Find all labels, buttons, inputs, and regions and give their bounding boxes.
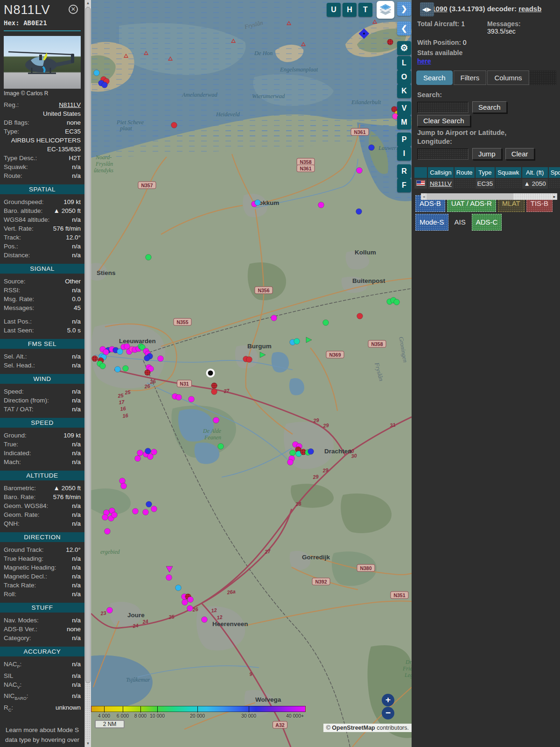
aircraft-position-dot[interactable] <box>151 449 157 455</box>
aircraft-position-dot[interactable] <box>115 366 121 373</box>
aircraft-position-dot[interactable] <box>107 607 113 613</box>
map-canvas[interactable]: N361N357N358N361N356N355N31N369N358N380N… <box>91 0 412 747</box>
filter-badge-mode-s[interactable]: Mode-S <box>415 214 448 231</box>
aircraft-position-dot[interactable] <box>123 366 129 372</box>
settings-gear-icon[interactable]: ⚙ <box>397 41 411 55</box>
map-button-k[interactable]: K <box>397 84 411 98</box>
aircraft-position-dot[interactable] <box>112 512 118 518</box>
scroll-right-icon[interactable]: ▸ <box>552 193 557 200</box>
map-button-i[interactable]: I <box>397 147 411 161</box>
aircraft-position-dot[interactable] <box>100 363 106 369</box>
aircraft-position-dot[interactable] <box>175 585 182 591</box>
aircraft-position-dot[interactable] <box>102 514 108 521</box>
aircraft-position-dot[interactable] <box>202 617 208 623</box>
column-header-Type[interactable]: Type <box>476 167 495 178</box>
aircraft-position-dot[interactable] <box>187 606 193 612</box>
sidebar-collapse-icon[interactable]: ❮ <box>397 21 411 35</box>
aircraft-position-dot[interactable] <box>171 122 177 128</box>
column-header-Route[interactable]: Route <box>455 167 475 178</box>
map-button-u[interactable]: U <box>327 3 341 17</box>
map-button-o[interactable]: O <box>397 70 411 84</box>
filter-badge-ads-c[interactable]: ADS-C <box>472 214 502 231</box>
callsign-cell[interactable]: N811LV <box>428 179 454 189</box>
search-input[interactable] <box>417 102 469 113</box>
scrollbar-thumb[interactable] <box>85 7 91 683</box>
clear-search-button[interactable]: Clear Search <box>417 115 470 127</box>
aircraft-position-dot[interactable] <box>211 389 217 395</box>
column-header-Callsign[interactable]: Callsign <box>428 167 454 178</box>
attribution-osm-link[interactable]: OpenStreetMap <box>332 725 375 731</box>
aircraft-position-dot[interactable] <box>188 597 194 603</box>
scroll-up-icon[interactable]: ▲ <box>85 0 91 7</box>
map-button-t[interactable]: T <box>358 3 372 17</box>
aircraft-position-dot[interactable] <box>213 417 219 423</box>
aircraft-position-dot[interactable] <box>135 456 141 462</box>
aircraft-position-dot[interactable] <box>356 209 362 215</box>
aircraft-position-dot[interactable] <box>146 254 152 261</box>
aircraft-position-dot[interactable] <box>144 355 150 361</box>
aircraft-photo[interactable] <box>4 36 81 89</box>
column-header-Squawk[interactable]: Squawk <box>496 167 521 178</box>
zoom-in-button[interactable]: + <box>382 694 394 706</box>
column-header-flag[interactable] <box>414 167 427 178</box>
clear-button[interactable]: Clear <box>505 148 534 160</box>
aircraft-position-dot[interactable] <box>394 299 400 305</box>
stats-here-link[interactable]: here <box>412 56 431 65</box>
zoom-out-button[interactable]: − <box>382 707 394 719</box>
scroll-down-icon[interactable]: ▼ <box>85 740 91 747</box>
jump-button[interactable]: Jump <box>472 148 502 160</box>
close-icon[interactable]: ✕ <box>69 5 78 14</box>
aircraft-position-dot[interactable] <box>271 315 277 321</box>
column-header-Spd[interactable]: Spd <box>549 167 560 178</box>
map-button-p[interactable]: P <box>397 133 411 147</box>
aircraft-position-dot[interactable] <box>369 145 375 151</box>
selected-aircraft-marker[interactable] <box>207 370 214 377</box>
aircraft-position-dot[interactable] <box>318 202 324 208</box>
map-button-h[interactable]: H <box>343 3 357 17</box>
aircraft-position-dot[interactable] <box>105 529 111 535</box>
search-button[interactable]: Search <box>472 101 507 113</box>
horizontal-scrollbar[interactable]: ◂ ▸ <box>421 193 557 200</box>
aircraft-position-dot[interactable] <box>357 168 363 174</box>
aircraft-position-dot[interactable] <box>166 575 172 581</box>
aircraft-position-dot[interactable] <box>94 70 100 76</box>
readsb-link[interactable]: readsb <box>518 5 541 13</box>
h-scrollbar-thumb[interactable] <box>427 193 513 200</box>
aircraft-position-dot[interactable] <box>182 599 188 606</box>
aircraft-position-dot[interactable] <box>246 357 252 363</box>
aircraft-position-dot[interactable] <box>102 82 108 88</box>
panel-collapse-icon[interactable]: ◀▶ <box>420 2 434 16</box>
aircraft-position-dot[interactable] <box>146 501 152 507</box>
map-button-v[interactable]: V <box>397 101 411 115</box>
tab-columns[interactable]: Columns <box>487 70 529 85</box>
aircraft-position-dot[interactable] <box>119 478 126 484</box>
aircraft-position-dot[interactable] <box>357 313 363 319</box>
map-button-f[interactable]: F <box>397 178 411 192</box>
aircraft-position-dot[interactable] <box>176 395 182 401</box>
table-row[interactable]: N811LVEC35▲ 2050 <box>414 179 560 189</box>
aircraft-position-dot[interactable] <box>121 483 127 489</box>
map-button-l[interactable]: L <box>397 56 411 70</box>
info-value[interactable]: N811LV <box>19 100 81 109</box>
column-header-Alt. (ft)[interactable]: Alt. (ft) <box>522 167 548 178</box>
scroll-left-icon[interactable]: ◂ <box>421 193 427 200</box>
filter-badge-ais[interactable]: AIS <box>450 214 470 231</box>
aircraft-position-dot[interactable] <box>308 449 314 455</box>
layers-button[interactable] <box>377 1 394 19</box>
aircraft-position-dot[interactable] <box>158 356 164 362</box>
aircraft-position-dot[interactable] <box>151 506 157 512</box>
left-panel-scrollbar[interactable]: ▲ ▼ <box>84 0 91 747</box>
aircraft-position-dot[interactable] <box>145 448 151 454</box>
aircraft-position-dot[interactable] <box>143 509 149 515</box>
map-button-m[interactable]: M <box>397 115 411 129</box>
aircraft-position-dot[interactable] <box>290 450 296 456</box>
aircraft-position-dot[interactable] <box>137 450 143 456</box>
aircraft-position-dot[interactable] <box>255 200 261 206</box>
aircraft-position-dot[interactable] <box>287 459 294 465</box>
tab-search[interactable]: Search <box>416 70 453 85</box>
aircraft-position-dot[interactable] <box>294 338 300 345</box>
aircraft-position-dot[interactable] <box>218 444 224 450</box>
aircraft-position-dot[interactable] <box>133 508 139 514</box>
tab-filters[interactable]: Filters <box>454 70 487 85</box>
jump-input[interactable] <box>417 148 469 160</box>
